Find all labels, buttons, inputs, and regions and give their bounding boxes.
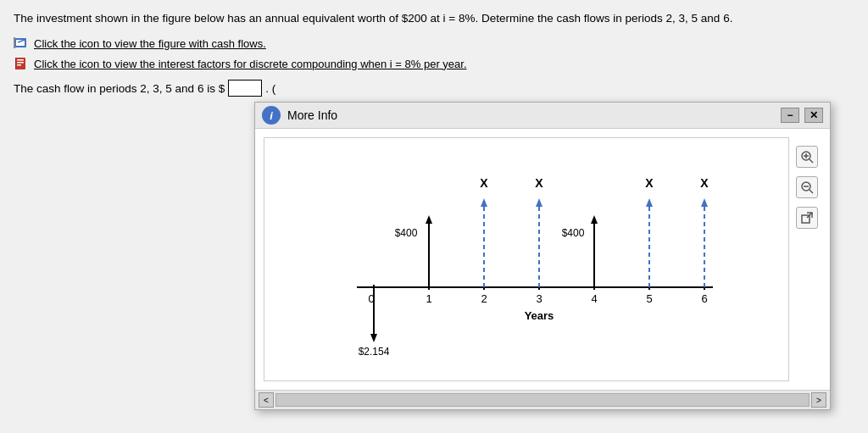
tick-1: 1 xyxy=(426,292,431,305)
arrow-up-5-head xyxy=(646,198,653,207)
label-down: $2,154 xyxy=(359,346,390,355)
modal: i More Info − ✕ xyxy=(254,102,831,410)
question-label: The cash flow in periods 2, 3, 5 and 6 i… xyxy=(14,82,225,95)
x-mark-3: X xyxy=(535,176,543,190)
scroll-right-button[interactable]: > xyxy=(811,392,826,408)
arrow-down-head xyxy=(370,334,377,342)
svg-rect-5 xyxy=(17,59,24,61)
zoom-out-button[interactable] xyxy=(796,176,818,198)
scroll-track[interactable] xyxy=(275,393,810,407)
x-axis-label: Years xyxy=(525,309,554,322)
tick-4: 4 xyxy=(591,292,597,305)
cash-flow-question: The cash flow in periods 2, 3, 5 and 6 i… xyxy=(14,80,854,97)
chart-area: 0 1 2 3 4 5 6 Years $2,154 xyxy=(264,137,789,381)
tick-6: 6 xyxy=(701,292,707,305)
chart-sidebar xyxy=(796,137,821,381)
figure-icon[interactable] xyxy=(14,36,29,51)
label-up-4: $400 xyxy=(562,227,585,239)
info-icon: i xyxy=(262,106,281,125)
modal-titlebar: i More Info − ✕ xyxy=(255,103,830,129)
arrow-up-6-head xyxy=(701,198,708,207)
svg-rect-2 xyxy=(14,37,15,48)
icon-link-row-2: Click the icon to view the interest fact… xyxy=(14,56,854,71)
tick-2: 2 xyxy=(481,292,487,305)
icon-link-row-1: Click the icon to view the figure with c… xyxy=(14,36,854,51)
modal-title: More Info xyxy=(287,108,774,122)
problem-text: The investment shown in the figure below… xyxy=(14,10,854,27)
arrow-up-2-head xyxy=(481,198,487,207)
question-suffix: . ( xyxy=(265,82,275,95)
main-content: The investment shown in the figure below… xyxy=(0,0,868,107)
tick-3: 3 xyxy=(536,292,542,305)
arrow-up-1-head xyxy=(426,215,432,224)
x-mark-5: X xyxy=(645,176,654,190)
svg-line-22 xyxy=(810,190,813,193)
answer-input[interactable] xyxy=(228,80,262,97)
scroll-left-button[interactable]: < xyxy=(259,392,274,408)
minimize-button[interactable]: − xyxy=(781,108,799,123)
modal-scrollbar: < > xyxy=(255,390,830,409)
x-mark-6: X xyxy=(700,176,709,190)
modal-controls: − ✕ xyxy=(781,108,823,123)
svg-rect-8 xyxy=(15,58,16,69)
figure-link[interactable]: Click the icon to view the figure with c… xyxy=(34,37,266,50)
book-icon[interactable] xyxy=(14,56,29,71)
label-up-1: $400 xyxy=(395,227,418,239)
zoom-in-button[interactable] xyxy=(796,146,818,168)
svg-rect-7 xyxy=(17,64,21,66)
arrow-up-4-head xyxy=(591,215,598,224)
arrow-up-3-head xyxy=(536,198,542,207)
svg-line-18 xyxy=(810,159,813,163)
tick-5: 5 xyxy=(646,292,652,305)
modal-body: 0 1 2 3 4 5 6 Years $2,154 xyxy=(255,129,830,390)
svg-rect-6 xyxy=(17,62,24,64)
interest-factors-link[interactable]: Click the icon to view the interest fact… xyxy=(34,58,467,70)
cash-flow-chart: 0 1 2 3 4 5 6 Years $2,154 xyxy=(290,152,780,355)
x-mark-2: X xyxy=(480,176,488,190)
chart-svg-wrapper: 0 1 2 3 4 5 6 Years $2,154 xyxy=(290,152,780,355)
external-link-button[interactable] xyxy=(796,207,818,229)
close-button[interactable]: ✕ xyxy=(804,108,823,123)
